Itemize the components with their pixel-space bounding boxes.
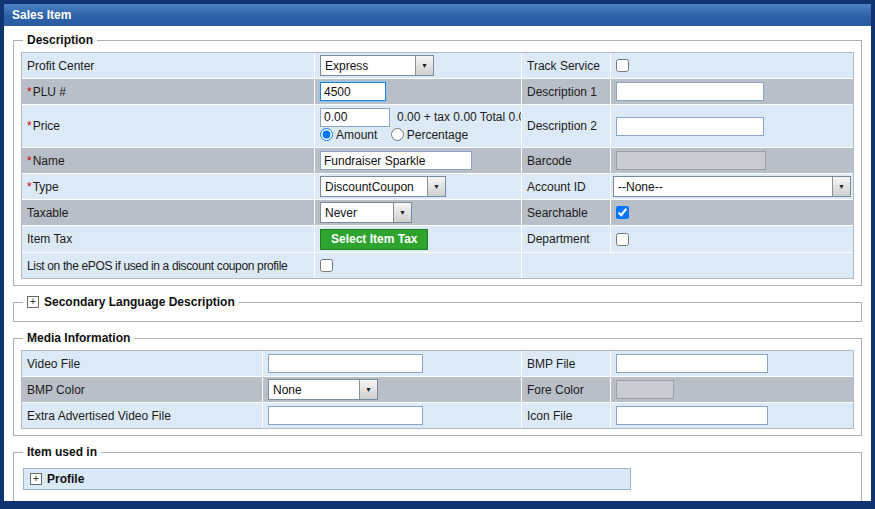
expand-icon[interactable]: +: [30, 473, 42, 485]
type-select[interactable]: DiscountCoupon ▼: [320, 176, 446, 197]
epos-label: List on the ePOS if used in a discount c…: [27, 259, 287, 273]
searchable-control-cell: [611, 200, 853, 225]
chevron-down-icon: ▼: [415, 56, 433, 75]
bmp-file-label-cell: BMP File: [522, 351, 610, 376]
sales-item-window: Sales Item Description Profit Center Exp…: [0, 0, 875, 509]
icon-file-input[interactable]: [616, 406, 768, 425]
plu-label: PLU #: [33, 85, 66, 99]
bmp-color-select[interactable]: None ▼: [268, 379, 378, 400]
department-label-cell: Department: [522, 226, 610, 252]
type-control-cell: DiscountCoupon ▼: [315, 174, 521, 199]
barcode-label-cell: Barcode: [522, 148, 610, 173]
taxable-label: Taxable: [27, 206, 68, 220]
description2-input[interactable]: [616, 117, 764, 136]
profit-center-select[interactable]: Express ▼: [320, 55, 434, 76]
item-used-in-section: Item used in + Profile: [13, 445, 862, 503]
profile-expander[interactable]: + Profile: [23, 468, 631, 490]
video-file-input[interactable]: [268, 354, 423, 373]
plu-input[interactable]: [320, 82, 386, 101]
chevron-down-icon: ▼: [393, 203, 411, 222]
amount-radio-label: Amount: [336, 128, 377, 142]
barcode-label: Barcode: [527, 154, 572, 168]
bmp-color-label-cell: BMP Color: [22, 377, 262, 402]
item-used-in-legend-text: Item used in: [27, 445, 97, 459]
price-label-cell: * Price: [22, 105, 314, 147]
description-table: Profit Center Express ▼ Track Service *: [21, 52, 854, 279]
epos-checkbox[interactable]: [320, 259, 333, 272]
track-service-label: Track Service: [527, 59, 600, 73]
video-file-label-cell: Video File: [22, 351, 262, 376]
plu-control-cell: [315, 79, 521, 104]
track-service-checkbox[interactable]: [616, 59, 629, 72]
account-id-value: --None--: [614, 177, 832, 196]
price-input[interactable]: [320, 108, 390, 127]
track-service-label-cell: Track Service: [522, 53, 610, 78]
type-label-cell: * Type: [22, 174, 314, 199]
account-id-label-cell: Account ID: [522, 174, 610, 199]
taxable-control-cell: Never ▼: [315, 200, 521, 225]
name-control-cell: [315, 148, 521, 173]
epos-empty-cell: [522, 253, 853, 278]
amount-radio[interactable]: [320, 128, 333, 141]
type-value: DiscountCoupon: [321, 177, 427, 196]
fore-color-label-cell: Fore Color: [522, 377, 610, 402]
item-used-in-legend: Item used in: [23, 445, 101, 459]
required-icon: *: [27, 85, 32, 99]
taxable-label-cell: Taxable: [22, 200, 314, 225]
price-control-cell: 0.00 + tax 0.00 Total 0.00 Amount Percen…: [315, 105, 521, 147]
searchable-label-cell: Searchable: [522, 200, 610, 225]
searchable-checkbox[interactable]: [616, 206, 629, 219]
expand-icon[interactable]: +: [27, 296, 39, 308]
description-legend-text: Description: [27, 33, 93, 47]
profit-center-control-cell: Express ▼: [315, 53, 521, 78]
fore-color-input: [616, 380, 674, 399]
department-checkbox[interactable]: [616, 233, 629, 246]
bmp-color-label: BMP Color: [27, 383, 85, 397]
media-table: Video File BMP File BMP Color None: [21, 350, 854, 429]
profit-center-value: Express: [321, 56, 415, 75]
window-content: Description Profit Center Express ▼ Trac…: [4, 26, 871, 503]
name-label: Name: [33, 154, 65, 168]
icon-file-label-cell: Icon File: [522, 403, 610, 428]
department-label: Department: [527, 232, 590, 246]
taxable-value: Never: [321, 203, 393, 222]
extra-video-input[interactable]: [268, 406, 423, 425]
description1-control-cell: [611, 79, 853, 104]
amount-radio-option[interactable]: Amount: [320, 128, 377, 142]
description-legend: Description: [23, 33, 97, 47]
account-id-select[interactable]: --None-- ▼: [613, 176, 851, 197]
name-input[interactable]: [320, 151, 472, 170]
chevron-down-icon: ▼: [427, 177, 445, 196]
description1-input[interactable]: [616, 82, 764, 101]
profit-center-label-cell: Profit Center: [22, 53, 314, 78]
description1-label-cell: Description 1: [522, 79, 610, 104]
searchable-label: Searchable: [527, 206, 588, 220]
bmp-file-input[interactable]: [616, 354, 768, 373]
chevron-down-icon: ▼: [832, 177, 850, 196]
extra-video-label: Extra Advertised Video File: [27, 409, 171, 423]
required-icon: *: [27, 154, 32, 168]
description2-control-cell: [611, 105, 853, 147]
barcode-input: [616, 151, 766, 170]
bmp-file-control-cell: [611, 351, 853, 376]
percentage-radio-option[interactable]: Percentage: [391, 128, 468, 142]
department-control-cell: [611, 226, 853, 252]
item-tax-control-cell: Select Item Tax: [315, 226, 521, 252]
select-item-tax-button[interactable]: Select Item Tax: [320, 229, 428, 250]
bmp-file-label: BMP File: [527, 357, 575, 371]
account-id-control-cell: --None-- ▼: [611, 174, 853, 199]
extra-video-label-cell: Extra Advertised Video File: [22, 403, 262, 428]
profit-center-label: Profit Center: [27, 59, 94, 73]
percentage-radio[interactable]: [391, 128, 404, 141]
percentage-radio-label: Percentage: [407, 128, 468, 142]
secondary-language-legend: + Secondary Language Description: [23, 295, 239, 309]
barcode-control-cell: [611, 148, 853, 173]
price-line1: 0.00 + tax 0.00 Total 0.00: [320, 108, 521, 127]
video-file-label: Video File: [27, 357, 80, 371]
price-tax-summary: 0.00 + tax 0.00 Total 0.00: [397, 110, 521, 124]
epos-control-cell: [315, 253, 521, 278]
video-file-control-cell: [263, 351, 521, 376]
profile-expander-label: Profile: [47, 472, 84, 486]
window-titlebar: Sales Item: [4, 4, 871, 26]
taxable-select[interactable]: Never ▼: [320, 202, 412, 223]
